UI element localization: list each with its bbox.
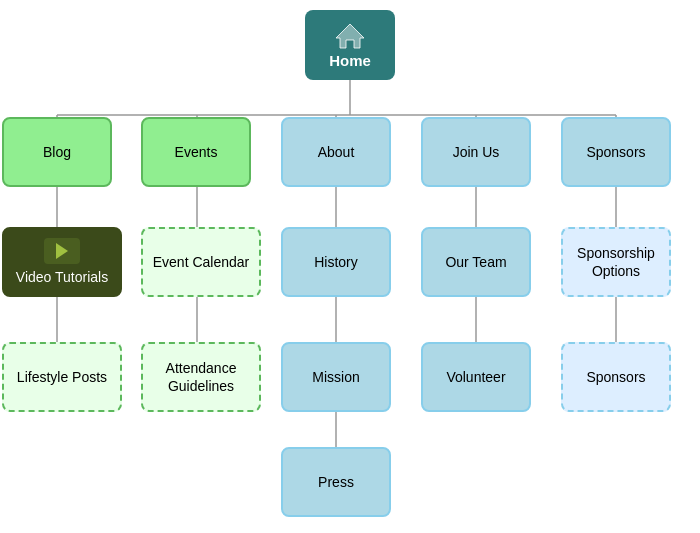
events-label: Events <box>175 143 218 161</box>
attendance-guidelines-label: Attendance Guidelines <box>143 359 259 395</box>
event-calendar-node[interactable]: Event Calendar <box>141 227 261 297</box>
house-icon <box>334 22 366 50</box>
home-icon-group: Home <box>329 22 371 69</box>
video-tutorials-label: Video Tutorials <box>16 268 108 286</box>
press-label: Press <box>318 473 354 491</box>
volunteer-node[interactable]: Volunteer <box>421 342 531 412</box>
history-label: History <box>314 253 358 271</box>
blog-label: Blog <box>43 143 71 161</box>
about-node[interactable]: About <box>281 117 391 187</box>
video-tutorials-node[interactable]: Video Tutorials <box>2 227 122 297</box>
home-label: Home <box>329 52 371 69</box>
sponsorship-options-label: Sponsorship Options <box>563 244 669 280</box>
volunteer-label: Volunteer <box>446 368 505 386</box>
our-team-label: Our Team <box>445 253 506 271</box>
event-calendar-label: Event Calendar <box>153 253 250 271</box>
our-team-node[interactable]: Our Team <box>421 227 531 297</box>
sponsors-label: Sponsors <box>586 143 645 161</box>
site-map: Home Blog Events About Join Us Sponsors … <box>0 0 700 533</box>
about-label: About <box>318 143 355 161</box>
lifestyle-posts-node[interactable]: Lifestyle Posts <box>2 342 122 412</box>
mission-label: Mission <box>312 368 359 386</box>
home-node[interactable]: Home <box>305 10 395 80</box>
sponsors2-node[interactable]: Sponsors <box>561 342 671 412</box>
sponsors-node[interactable]: Sponsors <box>561 117 671 187</box>
sponsorship-options-node[interactable]: Sponsorship Options <box>561 227 671 297</box>
video-camera-icon <box>44 238 80 264</box>
join-us-node[interactable]: Join Us <box>421 117 531 187</box>
events-node[interactable]: Events <box>141 117 251 187</box>
press-node[interactable]: Press <box>281 447 391 517</box>
lifestyle-posts-label: Lifestyle Posts <box>17 368 107 386</box>
mission-node[interactable]: Mission <box>281 342 391 412</box>
join-us-label: Join Us <box>453 143 500 161</box>
attendance-guidelines-node[interactable]: Attendance Guidelines <box>141 342 261 412</box>
history-node[interactable]: History <box>281 227 391 297</box>
sponsors2-label: Sponsors <box>586 368 645 386</box>
blog-node[interactable]: Blog <box>2 117 112 187</box>
